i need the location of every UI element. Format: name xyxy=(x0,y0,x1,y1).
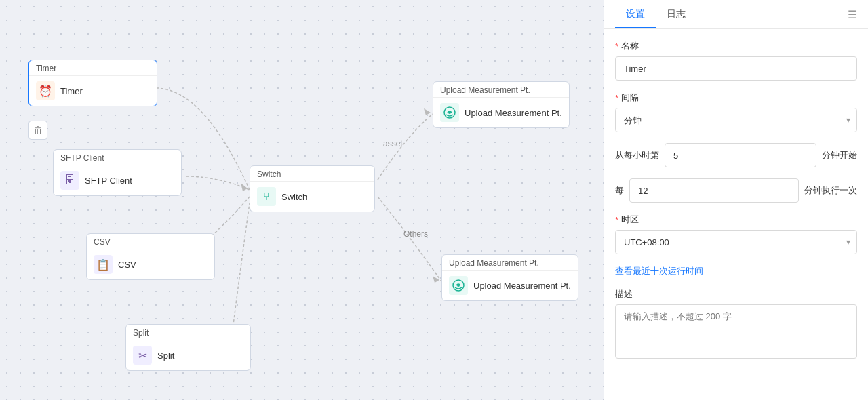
run-times-link[interactable]: 查看最近十次运行时间 xyxy=(615,265,857,277)
switch-icon: ⑂ xyxy=(257,187,276,206)
edge-label-others: Others xyxy=(403,229,428,239)
interval-select-wrapper: 分钟 ▾ xyxy=(615,108,857,132)
every-group: 每 分钟执行一次 xyxy=(615,178,857,203)
timezone-group: * 时区 UTC+08:00 ▾ xyxy=(615,214,857,254)
timer-node-header: Timer xyxy=(29,60,157,76)
panel-content: * 名称 * 间隔 分钟 ▾ 从每小时第 分钟开始 xyxy=(604,29,868,400)
switch-node[interactable]: Switch ⑂ Switch xyxy=(250,165,375,212)
from-minute-suffix: 分钟开始 xyxy=(822,149,857,161)
timezone-required-star: * xyxy=(615,215,618,225)
split-node[interactable]: Split ✂ Split xyxy=(125,324,251,371)
upload1-node[interactable]: Upload Measurement Pt. Upload Measuremen… xyxy=(433,81,570,128)
every-suffix: 分钟执行一次 xyxy=(804,184,857,197)
edge-label-asset: asset xyxy=(383,139,403,148)
csv-node[interactable]: CSV 📋 CSV xyxy=(86,233,215,280)
svg-marker-0 xyxy=(424,108,431,115)
from-minute-input[interactable] xyxy=(665,143,816,167)
sftp-node[interactable]: SFTP Client 🗄 SFTP Client xyxy=(53,149,182,196)
csv-node-label: CSV xyxy=(118,260,136,270)
interval-label: * 间隔 xyxy=(615,92,857,104)
timer-icon: ⏰ xyxy=(36,81,55,100)
delete-button[interactable]: 🗑 xyxy=(28,121,47,140)
interval-group: * 间隔 分钟 ▾ xyxy=(615,92,857,132)
right-panel: 设置 日志 ☰ * 名称 * 间隔 分钟 ▾ xyxy=(604,0,868,400)
tab-settings[interactable]: 设置 xyxy=(615,0,656,28)
svg-marker-2 xyxy=(241,183,248,191)
canvas[interactable]: Timer ⏰ Timer 🗑 SFTP Client 🗄 SFTP Clien… xyxy=(0,0,604,400)
every-label: 每 xyxy=(615,184,624,197)
csv-node-header: CSV xyxy=(87,234,214,249)
upload2-node-header: Upload Measurement Pt. xyxy=(442,255,578,271)
upload2-node-label: Upload Measurement Pt. xyxy=(473,281,571,291)
tab-logs[interactable]: 日志 xyxy=(656,0,696,28)
upload1-node-label: Upload Measurement Pt. xyxy=(465,108,562,118)
name-label: * 名称 xyxy=(615,40,857,52)
upload2-icon xyxy=(449,276,468,295)
panel-menu-icon[interactable]: ☰ xyxy=(848,8,857,21)
name-group: * 名称 xyxy=(615,40,857,81)
every-input[interactable] xyxy=(629,178,799,203)
timer-node-label: Timer xyxy=(60,86,83,96)
desc-label: 描述 xyxy=(615,288,857,300)
csv-icon: 📋 xyxy=(94,255,113,274)
name-input[interactable] xyxy=(615,56,857,81)
timezone-select[interactable]: UTC+08:00 xyxy=(615,230,857,254)
sftp-node-header: SFTP Client xyxy=(54,150,181,165)
upload2-node[interactable]: Upload Measurement Pt. Upload Measuremen… xyxy=(441,254,578,301)
split-node-label: Split xyxy=(157,351,174,361)
interval-select[interactable]: 分钟 xyxy=(615,108,857,132)
split-node-header: Split xyxy=(126,325,250,340)
from-minute-group: 从每小时第 分钟开始 xyxy=(615,143,857,167)
upload1-node-header: Upload Measurement Pt. xyxy=(433,82,569,98)
svg-point-4 xyxy=(448,111,451,114)
from-minute-label: 从每小时第 xyxy=(615,149,659,161)
svg-point-6 xyxy=(457,284,460,287)
panel-tabs: 设置 日志 ☰ xyxy=(604,0,868,29)
desc-group: 描述 xyxy=(615,288,857,361)
desc-textarea[interactable] xyxy=(615,304,857,359)
timer-node[interactable]: Timer ⏰ Timer xyxy=(28,60,157,106)
timezone-label: * 时区 xyxy=(615,214,857,226)
switch-node-label: Switch xyxy=(281,192,307,202)
sftp-icon: 🗄 xyxy=(60,171,79,190)
switch-node-header: Switch xyxy=(250,166,374,182)
name-required-star: * xyxy=(615,41,618,52)
split-icon: ✂ xyxy=(133,346,152,365)
sftp-node-label: SFTP Client xyxy=(85,176,132,186)
timezone-select-wrapper: UTC+08:00 ▾ xyxy=(615,230,857,254)
interval-required-star: * xyxy=(615,93,618,103)
svg-marker-1 xyxy=(433,276,439,283)
upload1-icon xyxy=(440,103,459,122)
